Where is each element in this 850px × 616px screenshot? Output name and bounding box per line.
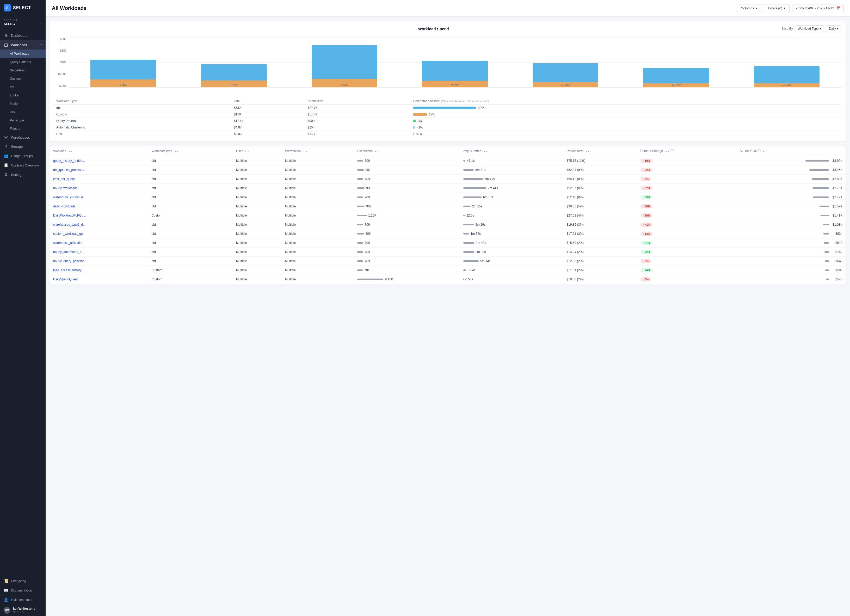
table-row[interactable]: daily_workloads dbt Multiple Multiple 90… bbox=[50, 202, 846, 211]
pct-change-badge-up: ↑ 8% bbox=[640, 259, 651, 263]
sidebar-item-dashboard[interactable]: ⊞ Dashboard bbox=[0, 31, 46, 40]
chart-header: Workload Spend Slice By Workload Type ▾ … bbox=[54, 25, 841, 32]
cell-workload: DailySpendQuery bbox=[50, 275, 148, 284]
bar-group[interactable]: 11 Nov bbox=[621, 37, 731, 87]
table-row[interactable]: warehouse_cluster_u... dbt Multiple Mult… bbox=[50, 193, 846, 202]
annual-cost-bar bbox=[805, 160, 829, 161]
bar-segment-blue bbox=[90, 60, 156, 79]
table-row[interactable]: dbt_queries_process... dbt Multiple Mult… bbox=[50, 166, 846, 175]
pct-change-badge-down: ↓ 24% bbox=[640, 268, 653, 272]
table-row[interactable]: DailySpendQuery Custom Multiple Multiple… bbox=[50, 275, 846, 284]
sidebar-item-changelog[interactable]: 📜 Changelog bbox=[0, 576, 46, 586]
sidebar-item-periscope[interactable]: Periscope bbox=[0, 116, 46, 124]
cell-workload: dbt_queries_process... bbox=[50, 166, 148, 175]
cell-workload-type: dbt bbox=[148, 193, 233, 202]
cell-executions: 9.15K bbox=[354, 275, 460, 284]
slice-by-selector[interactable]: Workload Type ▾ bbox=[795, 25, 824, 32]
sidebar-item-custom[interactable]: Custom bbox=[0, 75, 46, 83]
col-annual-cost[interactable]: Annual Cost ⓘ ▲▼ bbox=[737, 146, 846, 156]
legend-row-query-pattern[interactable]: Query Pattern $17.44 $909 3% bbox=[54, 118, 841, 124]
x-label: 10 Nov bbox=[561, 83, 570, 86]
table-row[interactable]: DailyWorkloadPoPQu... Custom Multiple Mu… bbox=[50, 211, 846, 220]
legend-row-dbt[interactable]: dbt $532 $27.7K 80% bbox=[54, 105, 841, 111]
col-workload[interactable]: Workload ▲▼ bbox=[50, 146, 148, 156]
user-profile[interactable]: IW Ian Whitestone SELECT bbox=[0, 604, 46, 616]
chart-title: Workload Spend bbox=[85, 27, 781, 31]
table-row[interactable]: custom_workload_qu... dbt Multiple Multi… bbox=[50, 229, 846, 238]
granularity-selector[interactable]: Daily ▾ bbox=[826, 25, 841, 32]
sidebar-item-dbt[interactable]: dbt bbox=[0, 83, 46, 91]
sidebar-item-label: Storage bbox=[11, 145, 42, 148]
columns-button[interactable]: Columns ▾ bbox=[737, 4, 762, 12]
cell-avg-duration: 6m 17s bbox=[460, 193, 564, 202]
annual-cost-value: $3.25K bbox=[831, 168, 843, 172]
legend-row-custom[interactable]: Custom $110 $5.75K 17% bbox=[54, 111, 841, 118]
sidebar-item-hex[interactable]: Hex bbox=[0, 108, 46, 116]
legend-col-type: Workload Type bbox=[54, 98, 232, 105]
date-range-picker[interactable]: 2023-11-06 ~ 2023-11-12 📅 bbox=[792, 4, 844, 12]
table-row[interactable]: hourly_automated_s... dbt Multiple Multi… bbox=[50, 248, 846, 257]
x-label: 8 Nov bbox=[341, 83, 348, 86]
filters-label: Filters (0) bbox=[768, 6, 782, 10]
cell-avg-duration: 7m 44s bbox=[460, 184, 564, 193]
annual-cost-bar bbox=[820, 206, 829, 207]
col-executions[interactable]: Executions ▲▼ bbox=[354, 146, 460, 156]
col-warehouse[interactable]: Warehouse ▲▼ bbox=[282, 146, 354, 156]
legend-type: Hex bbox=[54, 131, 232, 137]
table-row[interactable]: warehouses_type2_d... dbt Multiple Multi… bbox=[50, 220, 846, 229]
sidebar-item-settings[interactable]: ⚙ Settings bbox=[0, 170, 46, 179]
sidebar-item-query-patterns[interactable]: Query Patterns bbox=[0, 58, 46, 66]
table-row[interactable]: cost_per_query dbt Multiple Multiple 709… bbox=[50, 175, 846, 184]
col-avg-duration[interactable]: Avg Duration ▲▼ bbox=[460, 146, 564, 156]
sidebar-item-all-workloads[interactable]: All Workloads bbox=[0, 49, 46, 58]
sidebar-item-serverless[interactable]: Serverless bbox=[0, 66, 46, 75]
cell-annual-cost: $2.89K bbox=[737, 175, 846, 184]
bar-group[interactable]: 6 Nov bbox=[69, 37, 178, 87]
cell-user: Multiple bbox=[233, 193, 282, 202]
cell-period-total: $30.06 (5%) bbox=[563, 202, 637, 211]
table-row[interactable]: load_access_history Custom Multiple Mult… bbox=[50, 266, 846, 275]
table-row[interactable]: hourly_query_patterns dbt Multiple Multi… bbox=[50, 257, 846, 266]
sidebar-item-warehouses[interactable]: 🏛 Warehouses bbox=[0, 133, 46, 142]
cell-user: Multiple bbox=[233, 184, 282, 193]
chart-controls: Slice By Workload Type ▾ Daily ▾ bbox=[781, 25, 841, 32]
bar-segment-blue bbox=[201, 64, 266, 81]
table-row[interactable]: query_history_enrich... dbt Multiple Mul… bbox=[50, 156, 846, 166]
sidebar-item-storage[interactable]: 🗄 Storage bbox=[0, 142, 46, 151]
bar-group[interactable]: 7 Nov bbox=[179, 37, 289, 87]
sidebar-item-workloads[interactable]: ◫ Workloads ▾ bbox=[0, 40, 46, 49]
cell-warehouse: Multiple bbox=[282, 193, 354, 202]
bar-group[interactable]: 10 Nov bbox=[511, 37, 620, 87]
annual-cost-bar bbox=[825, 251, 829, 253]
legend-row-auto-clustering[interactable]: Automatic Clustering $4.87 $254 <1% bbox=[54, 124, 841, 131]
col-percent-change[interactable]: Percent Change ▲▼ ⓘ bbox=[638, 146, 737, 156]
pct-bar bbox=[413, 113, 427, 116]
pct-change-badge-up: ↑ 13% bbox=[640, 232, 653, 236]
sidebar-item-usage-groups[interactable]: 👥 Usage Groups bbox=[0, 151, 46, 160]
user-info: Ian Whitestone SELECT bbox=[13, 607, 35, 614]
sidebar-item-contract-overview[interactable]: 📋 Contract Overview bbox=[0, 160, 46, 170]
sidebar-item-invite-teammate[interactable]: 👤 Invite teammate bbox=[0, 595, 46, 604]
bar-group[interactable]: 9 Nov bbox=[400, 37, 510, 87]
filters-button[interactable]: Filters (0) ▾ bbox=[764, 4, 790, 12]
col-period-total[interactable]: Period Total ▲▼ bbox=[563, 146, 637, 156]
table-row[interactable]: warehouse_utilization dbt Multiple Multi… bbox=[50, 238, 846, 248]
cell-avg-duration: 2m 25s bbox=[460, 202, 564, 211]
cell-percent-change: ↑ 67% bbox=[638, 184, 737, 193]
sidebar-item-looker[interactable]: Looker bbox=[0, 91, 46, 100]
bar-group[interactable]: 8 Nov bbox=[290, 37, 399, 87]
col-workload-type[interactable]: Workload Type ▲▼ bbox=[148, 146, 233, 156]
sidebar-item-documentation[interactable]: 📖 Documentation bbox=[0, 586, 46, 595]
cell-warehouse: Multiple bbox=[282, 175, 354, 184]
bar-group[interactable]: 12 Nov bbox=[732, 37, 841, 87]
table-row[interactable]: hourly_workloads dbt Multiple Multiple 9… bbox=[50, 184, 846, 193]
sidebar-item-mode[interactable]: Mode bbox=[0, 100, 46, 108]
sidebar-item-label: Warehouses bbox=[11, 136, 42, 139]
col-user[interactable]: User ▲▼ bbox=[233, 146, 282, 156]
account-selector[interactable]: Account SELECT ⌄ bbox=[0, 16, 46, 29]
legend-row-hex[interactable]: Hex $0.03 $1.77 <1% bbox=[54, 131, 841, 137]
pct-change-badge-up: ↑ 67% bbox=[640, 186, 653, 190]
sidebar-item-fivetran[interactable]: Fivetran bbox=[0, 124, 46, 133]
pct-bar bbox=[413, 126, 415, 129]
x-label: 6 Nov bbox=[120, 83, 127, 86]
